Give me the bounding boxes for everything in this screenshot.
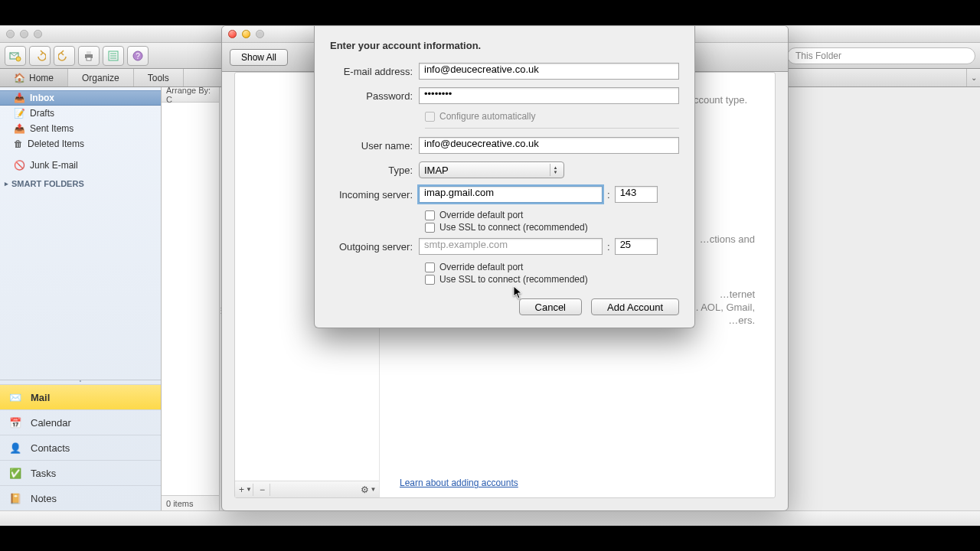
new-mail-button[interactable] (5, 46, 26, 66)
incoming-port-separator: : (607, 189, 610, 201)
search-placeholder: This Folder (795, 51, 841, 61)
account-type-select[interactable]: IMAP ▲▼ (419, 161, 564, 178)
hint-text-3c: …ers. (696, 315, 755, 328)
sheet-heading: Enter your account information. (330, 40, 679, 51)
sidebar-item-sent[interactable]: 📤 Sent Items (0, 121, 161, 136)
hint-text-3a: …ternet (696, 289, 755, 302)
drafts-icon: 📝 (14, 108, 25, 119)
zoom-dot[interactable] (34, 30, 42, 38)
svg-rect-3 (87, 51, 91, 54)
print-button[interactable] (78, 46, 100, 66)
email-label: E-mail address: (330, 66, 419, 77)
module-contacts[interactable]: 👤Contacts (0, 435, 161, 460)
add-account-button[interactable]: Add Account (591, 298, 679, 315)
svg-rect-4 (87, 57, 91, 60)
tab-organize[interactable]: Organize (68, 69, 134, 86)
navigation-sidebar: 📥 Inbox 📝 Drafts 📤 Sent Items 🗑 Deleted … (0, 87, 162, 510)
module-calendar[interactable]: 📅Calendar (0, 409, 161, 435)
inbox-icon: 📥 (14, 93, 25, 103)
item-count-status: 0 items (162, 495, 219, 510)
tab-home[interactable]: 🏠Home (0, 69, 68, 86)
sent-icon: 📤 (14, 123, 25, 134)
incoming-port-input[interactable]: 143 (615, 186, 658, 203)
incoming-label: Incoming server: (330, 189, 419, 201)
accounts-list-footer: +▼ − ⚙▼ (235, 481, 379, 497)
outgoing-port-input[interactable]: 25 (615, 238, 658, 255)
incoming-server-input[interactable]: imap.gmail.com (419, 186, 603, 203)
add-account-button[interactable]: +▼ (238, 484, 253, 496)
arrange-by-header[interactable]: Arrange By: C (162, 87, 219, 103)
minimize-dot[interactable] (20, 30, 28, 38)
ribbon-expand-icon[interactable]: ⌄ (966, 69, 980, 86)
close-dot[interactable] (6, 30, 15, 38)
sidebar-header-smart-folders[interactable]: SMART FOLDERS (0, 173, 161, 190)
learn-link[interactable]: Learn about adding accounts (400, 478, 518, 488)
hint-text-3b: . AOL, Gmail, (696, 302, 755, 315)
help-button[interactable]: ? (127, 46, 149, 66)
outgoing-override-port-label: Override default port (439, 262, 523, 272)
accounts-zoom-dot[interactable] (256, 30, 264, 38)
type-label: Type: (330, 165, 419, 176)
select-arrows-icon: ▲▼ (550, 164, 560, 176)
main-status-bar (0, 510, 980, 526)
incoming-override-port-checkbox[interactable] (425, 210, 435, 220)
email-input[interactable]: info@deucecreative.co.uk (419, 63, 679, 80)
list-view-button[interactable] (103, 46, 124, 66)
password-input[interactable]: •••••••• (419, 87, 679, 104)
notes-icon: 📔 (8, 491, 23, 506)
outgoing-label: Outgoing server: (330, 241, 419, 253)
mouse-cursor-icon (513, 285, 524, 299)
hint-text-2a: …ctions and (700, 233, 755, 246)
outgoing-server-input[interactable]: smtp.example.com (419, 238, 603, 255)
username-input[interactable]: info@deucecreative.co.uk (419, 137, 679, 154)
search-folder-input[interactable]: This Folder (787, 47, 975, 64)
incoming-ssl-checkbox[interactable] (425, 223, 435, 233)
password-label: Password: (330, 90, 419, 102)
module-mail[interactable]: ✉️Mail (0, 384, 161, 409)
svg-text:?: ? (136, 52, 140, 60)
sidebar-item-drafts[interactable]: 📝 Drafts (0, 106, 161, 121)
accounts-minimize-dot[interactable] (242, 30, 250, 38)
incoming-override-port-label: Override default port (439, 210, 523, 220)
module-tasks[interactable]: ✅Tasks (0, 460, 161, 485)
configure-auto-checkbox[interactable] (425, 112, 435, 122)
undo-button[interactable] (29, 46, 51, 66)
username-label: User name: (330, 140, 419, 152)
sidebar-item-deleted[interactable]: 🗑 Deleted Items (0, 136, 161, 152)
trash-icon: 🗑 (14, 139, 23, 149)
contacts-icon: 👤 (8, 440, 23, 455)
tasks-icon: ✅ (8, 465, 23, 481)
section-separator (425, 128, 679, 129)
configure-auto-label: Configure automatically (439, 111, 535, 122)
junk-icon: 🚫 (14, 160, 25, 171)
sidebar-item-inbox[interactable]: 📥 Inbox (0, 90, 161, 106)
incoming-ssl-label: Use SSL to connect (recommended) (439, 222, 588, 233)
message-list-pane: Arrange By: C 0 items ⋮ (162, 87, 220, 510)
calendar-icon: 📅 (8, 415, 23, 430)
account-actions-button[interactable]: ⚙▼ (361, 484, 376, 496)
redo-button[interactable] (54, 46, 75, 66)
outgoing-override-port-checkbox[interactable] (425, 262, 435, 272)
outgoing-port-separator: : (607, 241, 610, 253)
cancel-button[interactable]: Cancel (519, 298, 582, 315)
tab-tools[interactable]: Tools (134, 69, 184, 86)
svg-point-1 (16, 57, 21, 61)
mail-icon: ✉️ (8, 390, 23, 405)
accounts-window: Accounts Show All +▼ − ⚙▼ To get started… (221, 25, 789, 511)
accounts-close-dot[interactable] (228, 30, 237, 38)
show-all-button[interactable]: Show All (230, 49, 288, 66)
outgoing-ssl-label: Use SSL to connect (recommended) (439, 274, 588, 285)
outgoing-ssl-checkbox[interactable] (425, 275, 435, 285)
remove-account-button[interactable]: − (255, 484, 270, 496)
home-icon: 🏠 (14, 73, 25, 83)
module-notes[interactable]: 📔Notes (0, 485, 161, 510)
add-account-sheet: Enter your account information. E-mail a… (314, 26, 695, 328)
sidebar-item-junk[interactable]: 🚫 Junk E-mail (0, 158, 161, 173)
